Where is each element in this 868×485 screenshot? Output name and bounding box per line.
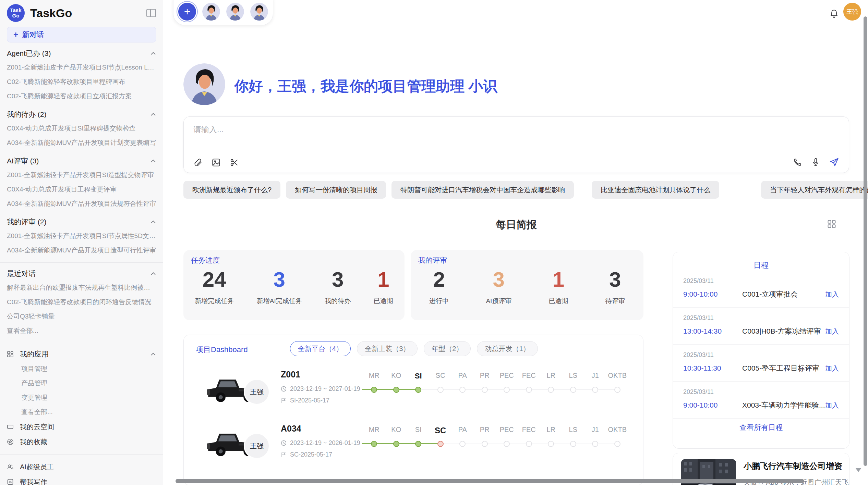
schedule-title: 日程 (673, 252, 849, 271)
horizontal-scrollbar[interactable] (176, 479, 804, 483)
app-item-project-mgmt[interactable]: 项目管理 (7, 362, 156, 376)
sidebar-item[interactable]: Z001-全新燃油轻卡产品开发项目SI节点属性5D文件评审 (7, 229, 156, 243)
sidebar-item[interactable]: Z001-全新燃油皮卡产品开发项目SI节点Lesson Learn报告 (7, 60, 156, 75)
milestone-dot (459, 441, 466, 447)
topbar-agent-pill: + (173, 0, 273, 25)
stat-overdue: 1 已逾期 (374, 268, 393, 306)
suggestion-chip[interactable]: 如何写一份清晰的项目周报 (286, 181, 386, 199)
grid-layout-icon[interactable] (827, 219, 836, 230)
filter-chip[interactable]: 年型（2） (424, 341, 471, 356)
suggestion-chip[interactable]: 当下年轻人对汽车外观有怎样的喜好趋势 (761, 181, 868, 199)
phone-icon[interactable] (793, 158, 802, 167)
schedule-time: 13:00-14:30 (683, 327, 742, 335)
microphone-icon[interactable] (811, 158, 820, 167)
greeting-text: 你好，王强，我是你的项目管理助理 小识 (234, 77, 497, 96)
sidebar-section-my-review[interactable]: 我的评审 (2) (7, 215, 156, 229)
view-all-schedule-link[interactable]: 查看所有日程 (673, 423, 849, 432)
recent-chat-item[interactable]: 公司Q3轻卡销量 (7, 309, 156, 324)
milestone-labels: MRKOSISCPAPRPECFECLRLSJ1OKTB (363, 372, 628, 381)
milestone-dot-done (415, 387, 421, 393)
agent-avatar[interactable] (250, 3, 268, 21)
sidebar-section-ai-review[interactable]: AI评审 (3) (7, 154, 156, 168)
join-link[interactable]: 加入 (825, 401, 839, 410)
project-row[interactable]: 王强 Z001 2023-12-19 ~ 2027-01-19 SI-2025-… (184, 368, 643, 422)
filter-chip[interactable]: 全新上装（3） (357, 341, 418, 356)
task-progress-card: 任务进度 24 新增完成任务 3 新增AI完成任务 3 我的待办 1 已逾期 (183, 250, 405, 320)
app-item-change-mgmt[interactable]: 变更管理 (7, 390, 156, 405)
milestone-track (363, 387, 628, 394)
schedule-time: 10:30-11:30 (683, 364, 742, 372)
recent-chat-item[interactable]: 解释最新出台的欧盟报废车法规再生塑料比例被调至15%... (7, 281, 156, 295)
cloud-space-label: 我的云空间 (20, 422, 54, 432)
filter-chip[interactable]: 全新平台（4） (290, 341, 351, 356)
suggestion-chip[interactable]: 特朗普可能对进口汽车增税会对中国车企造成哪些影响 (391, 181, 574, 199)
suggestion-chip[interactable]: 比亚迪全固态电池计划具体说了什么 (592, 181, 719, 199)
chevron-up-icon[interactable] (150, 272, 156, 275)
filter-chip[interactable]: 动总开发（1） (477, 341, 538, 356)
join-link[interactable]: 加入 (825, 327, 839, 336)
sidebar-item[interactable]: A034-全新新能源MUV产品开发项目造型可行性评审 (7, 243, 156, 258)
recent-view-all[interactable]: 查看全部... (7, 324, 156, 338)
logo-line2: Go (12, 13, 20, 18)
sidebar-item[interactable]: C02-飞腾新能源轻客改款项目立项汇报方案 (7, 89, 156, 103)
sidebar-item[interactable]: C0X4-动力总成开发项目工程变更评审 (7, 182, 156, 197)
sidebar-item[interactable]: C0X4-动力总成开发项目SI里程碑提交物检查 (7, 121, 156, 136)
schedule-item: 2025/03/11 10:30-11:30 C005-整车工程目标评审 加入 (673, 345, 849, 382)
sidebar-item[interactable]: Z001-全新燃油轻卡产品开发项目SI造型提交物评审 (7, 168, 156, 182)
image-icon[interactable] (212, 158, 221, 167)
suggestion-chip[interactable]: 欧洲新规最近颁布了什么? (183, 181, 280, 199)
chat-input[interactable] (193, 125, 673, 134)
app-view-all[interactable]: 查看全部... (7, 405, 156, 419)
sidebar-section-my-todo[interactable]: 我的待办 (2) (7, 108, 156, 121)
milestone-dot (592, 441, 598, 447)
recent-chat-item[interactable]: C02-飞腾新能源轻客改款项目的闭环通告反馈情况 (7, 295, 156, 309)
chevron-up-icon[interactable] (150, 113, 156, 116)
stat-new-done: 24 新增完成任务 (195, 268, 234, 306)
milestone-track (363, 441, 628, 448)
app-window: Task Go TaskGo + 新对话 Agent已办 (3) Z001-全新… (0, 0, 868, 485)
sidebar-section-recent[interactable]: 最近对话 (7, 267, 156, 281)
sidebar-collapse-icon[interactable] (146, 9, 156, 17)
notification-bell-icon[interactable] (829, 8, 839, 20)
sidebar-item[interactable]: C02-飞腾新能源轻客改款项目里程碑画布 (7, 75, 156, 89)
join-link[interactable]: 加入 (825, 290, 839, 299)
stat-ai-pre-review: 3 AI预评审 (486, 268, 511, 306)
scroll-right-arrow[interactable] (809, 479, 813, 484)
schedule-item: 2025/03/11 13:00-14:30 C003|H0B-方案冻结评审 加… (673, 308, 849, 345)
project-dates: 2023-12-19 ~ 2026-01-19 (290, 439, 360, 447)
chevron-up-icon[interactable] (150, 220, 156, 224)
scissors-icon[interactable] (230, 158, 239, 167)
schedule-card: 日程 2025/03/11 9:00-10:00 C001-立项审批会 加入 2… (673, 252, 849, 449)
sidebar-section-agent-done[interactable]: Agent已办 (3) (7, 47, 156, 60)
scroll-down-arrow[interactable] (855, 468, 861, 472)
ai-staff-label: AI超级员工 (20, 462, 54, 472)
sidebar-item-ai-staff[interactable]: AI超级员工 (7, 459, 156, 474)
user-avatar[interactable]: 王强 (843, 3, 861, 21)
milestone-dot-done (371, 441, 377, 447)
chevron-up-icon[interactable] (150, 52, 156, 55)
sidebar-item-favorites[interactable]: 我的收藏 (7, 434, 156, 449)
add-agent-button[interactable]: + (178, 3, 196, 21)
card-title: 我的评审 (418, 256, 447, 265)
agent-avatar[interactable] (226, 3, 244, 21)
paperclip-icon[interactable] (193, 158, 203, 167)
vertical-scrollbar[interactable] (864, 16, 867, 466)
new-chat-button[interactable]: + 新对话 (7, 27, 156, 42)
app-item-product-mgmt[interactable]: 产品管理 (7, 376, 156, 390)
sidebar-item-cloud-space[interactable]: 我的云空间 (7, 419, 156, 434)
schedule-date: 2025/03/11 (683, 351, 839, 359)
agent-avatar[interactable] (202, 3, 220, 21)
project-row[interactable]: 王强 A034 2023-12-19 ~ 2026-01-19 SC-2025-… (184, 422, 643, 476)
sidebar-my-apps[interactable]: 我的应用 (7, 347, 156, 362)
sidebar: Task Go TaskGo + 新对话 Agent已办 (3) Z001-全新… (0, 0, 163, 485)
sidebar-item-help-write[interactable]: 帮我写作 (7, 474, 156, 485)
stat-value: 2 (429, 268, 449, 291)
stat-value: 3 (605, 268, 625, 291)
sidebar-item[interactable]: A034-全新新能源MUV产品开发项目计划变更表编写 (7, 136, 156, 150)
chevron-up-icon[interactable] (150, 352, 156, 356)
milestone-dot (526, 441, 532, 447)
join-link[interactable]: 加入 (825, 364, 839, 373)
sidebar-item[interactable]: A034-全新新能源MUV产品开发项目法规符合性评审 (7, 197, 156, 211)
send-icon[interactable] (829, 157, 839, 167)
chevron-up-icon[interactable] (150, 159, 156, 163)
